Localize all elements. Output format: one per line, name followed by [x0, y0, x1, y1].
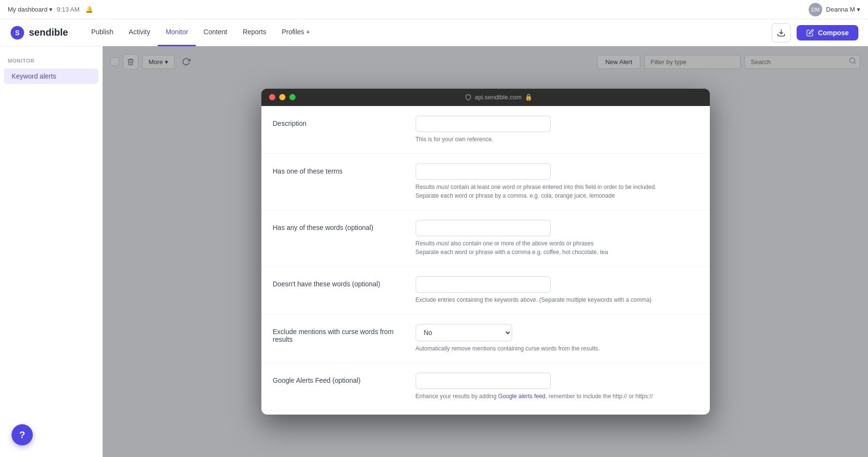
form-row-curse-words: Exclude mentions with curse words from r…: [261, 314, 710, 363]
form-row-doesnt-have: Doesn't have these words (optional) Excl…: [261, 267, 710, 314]
curse-words-field: No Yes Automatically remove mentions con…: [416, 324, 698, 353]
has-terms-label: Has one of these terms: [273, 163, 408, 175]
doesnt-have-field: Exclude entries containing the keywords …: [416, 276, 698, 304]
curse-words-hint: Automatically remove mentions containing…: [416, 344, 698, 353]
shield-icon: [465, 94, 472, 101]
chevron-down-icon: ▾: [857, 6, 860, 13]
google-alerts-input[interactable]: [416, 373, 551, 389]
sendible-logo-icon: S: [10, 25, 25, 40]
has-any-input[interactable]: [416, 220, 551, 236]
description-input[interactable]: [416, 116, 551, 132]
modal-title: api.sendible.com 🔒: [296, 94, 702, 101]
help-button[interactable]: ?: [12, 424, 33, 445]
description-field: This is for your own reference.: [416, 116, 698, 144]
description-hint: This is for your own reference.: [416, 135, 698, 144]
sidebar-section-label: MONITOR: [0, 54, 102, 67]
form-row-google-alerts: Google Alerts Feed (optional) Enhance yo…: [261, 363, 710, 411]
modal-url: api.sendible.com: [475, 94, 522, 101]
username-label[interactable]: Deanna M ▾: [826, 6, 860, 13]
doesnt-have-hint: Exclude entries containing the keywords …: [416, 296, 698, 304]
bell-icon[interactable]: 🔔: [85, 6, 93, 13]
has-any-hint: Results must also contain one or more of…: [416, 239, 698, 256]
lock-icon: 🔒: [525, 94, 532, 101]
form-row-description: Description This is for your own referen…: [261, 106, 710, 154]
description-label: Description: [273, 116, 408, 127]
curse-words-select[interactable]: No Yes: [416, 324, 512, 341]
has-any-label: Has any of these words (optional): [273, 220, 408, 231]
google-alerts-link[interactable]: Google alerts feed: [498, 393, 545, 400]
avatar: DM: [809, 3, 822, 16]
dashboard-selector[interactable]: My dashboard ▾: [8, 6, 53, 13]
sidebar-item-label: Keyword alerts: [12, 72, 56, 80]
logo-text: sendible: [29, 27, 68, 38]
content-area: More ▾ New Alert: [103, 46, 868, 457]
form-row-has-any: Has any of these words (optional) Result…: [261, 210, 710, 267]
nav-right: Compose: [772, 23, 858, 42]
help-icon: ?: [19, 430, 25, 441]
modal-maximize-button[interactable]: [289, 94, 296, 100]
doesnt-have-label: Doesn't have these words (optional): [273, 276, 408, 288]
has-any-field: Results must also contain one or more of…: [416, 220, 698, 256]
download-button[interactable]: [772, 23, 791, 42]
modal-window: api.sendible.com 🔒 Description This is f…: [261, 89, 710, 415]
nav-content[interactable]: Content: [196, 19, 235, 46]
sidebar-item-keyword-alerts[interactable]: Keyword alerts: [4, 68, 98, 84]
google-alerts-field: Enhance your results by adding Google al…: [416, 373, 698, 401]
modal-minimize-button[interactable]: [279, 94, 285, 100]
form-row-email-notifications: Email notifications Never Immediately Da…: [261, 411, 710, 415]
svg-text:S: S: [15, 29, 19, 37]
nav-profiles[interactable]: Profiles +: [274, 19, 318, 46]
logo[interactable]: S sendible: [10, 25, 68, 40]
main-content: MONITOR Keyword alerts More ▾: [0, 46, 868, 457]
compose-button[interactable]: Compose: [797, 25, 858, 40]
nav-items: Publish Activity Monitor Content Reports…: [83, 19, 772, 46]
has-terms-field: Results must contain at least one word o…: [416, 163, 698, 200]
topbar: My dashboard ▾ 9:13 AM 🔔 DM Deanna M ▾: [0, 0, 868, 19]
modal-window-buttons: [269, 94, 296, 100]
nav-reports[interactable]: Reports: [235, 19, 274, 46]
topbar-right: DM Deanna M ▾: [809, 3, 860, 16]
nav-publish[interactable]: Publish: [83, 19, 121, 46]
nav-monitor[interactable]: Monitor: [158, 19, 196, 46]
google-alerts-label: Google Alerts Feed (optional): [273, 373, 408, 384]
has-terms-hint: Results must contain at least one word o…: [416, 183, 698, 200]
chevron-down-icon: ▾: [49, 6, 53, 13]
navbar: S sendible Publish Activity Monitor Cont…: [0, 19, 868, 46]
google-alerts-hint: Enhance your results by adding Google al…: [416, 392, 698, 401]
sidebar: MONITOR Keyword alerts: [0, 46, 103, 457]
modal-titlebar: api.sendible.com 🔒: [261, 89, 710, 106]
modal-body: Description This is for your own referen…: [261, 106, 710, 415]
modal-overlay: api.sendible.com 🔒 Description This is f…: [103, 46, 868, 457]
nav-activity[interactable]: Activity: [121, 19, 158, 46]
doesnt-have-input[interactable]: [416, 276, 551, 293]
download-icon: [777, 28, 786, 37]
has-terms-input[interactable]: [416, 163, 551, 180]
compose-label: Compose: [818, 29, 849, 37]
form-row-has-terms: Has one of these terms Results must cont…: [261, 154, 710, 210]
edit-icon: [806, 29, 814, 37]
topbar-time: 9:13 AM: [56, 6, 80, 13]
curse-words-label: Exclude mentions with curse words from r…: [273, 324, 408, 343]
dashboard-label: My dashboard: [8, 6, 47, 13]
modal-close-button[interactable]: [269, 94, 275, 100]
topbar-left: My dashboard ▾ 9:13 AM 🔔: [8, 6, 93, 13]
